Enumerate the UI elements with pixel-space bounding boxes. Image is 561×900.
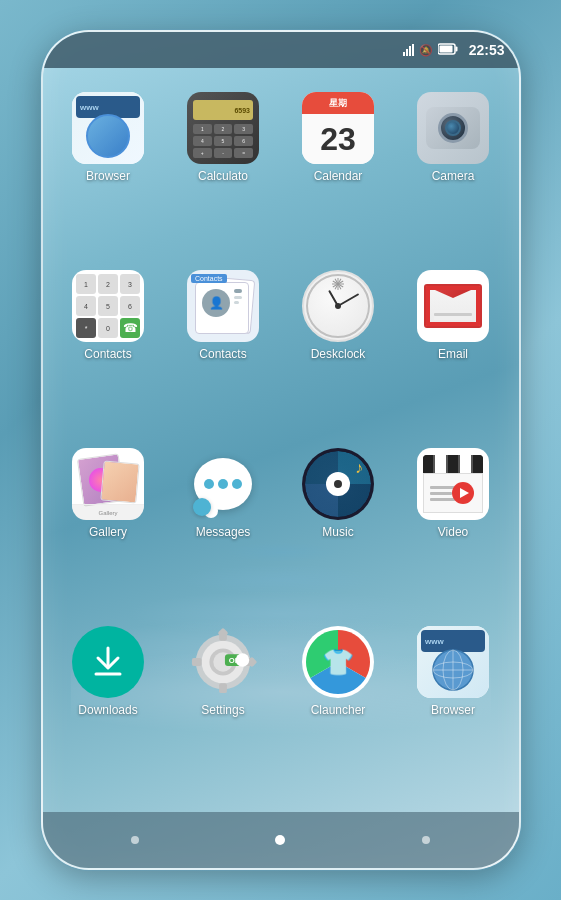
app-item-downloads[interactable]: Downloads xyxy=(53,622,164,792)
phone-frame: 🔕 22:53 www xyxy=(41,30,521,870)
bottom-nav xyxy=(43,812,519,868)
status-bar: 🔕 22:53 xyxy=(43,32,519,68)
music-icon: ♪ xyxy=(302,448,374,520)
deskclock-label: Deskclock xyxy=(311,347,366,361)
messages-icon xyxy=(187,448,259,520)
app-item-calendar[interactable]: 星期 23 Calendar xyxy=(283,88,394,258)
battery-icon xyxy=(438,43,458,58)
app-item-contacts2[interactable]: 👤 Contacts Contacts xyxy=(168,266,279,436)
app-item-music[interactable]: ♪ Music xyxy=(283,444,394,614)
video-label: Video xyxy=(438,525,468,539)
svg-point-15 xyxy=(236,653,250,667)
app-item-browser[interactable]: www Browser xyxy=(53,88,164,258)
gallery-icon: Gallery xyxy=(72,448,144,520)
signal-icon xyxy=(403,44,414,56)
app-item-video[interactable]: Video xyxy=(398,444,509,614)
status-time: 22:53 xyxy=(469,42,505,58)
svg-rect-9 xyxy=(192,658,202,666)
email-icon xyxy=(417,270,489,342)
deskclock-icon xyxy=(302,270,374,342)
browser2-icon: www xyxy=(417,626,489,698)
settings-label: Settings xyxy=(201,703,244,717)
app-item-contacts1[interactable]: 1 2 3 4 5 6 * 0 ☎ Contacts xyxy=(53,266,164,436)
nav-dot-3[interactable] xyxy=(422,836,430,844)
browser2-label: Browser xyxy=(431,703,475,717)
svg-rect-1 xyxy=(455,46,457,51)
nav-dot-2[interactable] xyxy=(275,835,285,845)
status-icons: 🔕 22:53 xyxy=(403,42,505,58)
contacts2-icon: 👤 Contacts xyxy=(187,270,259,342)
browser-icon: www xyxy=(72,92,144,164)
camera-icon xyxy=(417,92,489,164)
app-item-gallery[interactable]: Gallery Gallery xyxy=(53,444,164,614)
clauncher-label: Clauncher xyxy=(311,703,366,717)
app-item-calculator[interactable]: 6593 1 2 3 4 5 6 + - = Calculato xyxy=(168,88,279,258)
calendar-icon: 星期 23 xyxy=(302,92,374,164)
app-item-clauncher[interactable]: 👕 Clauncher xyxy=(283,622,394,792)
silent-icon: 🔕 xyxy=(419,44,433,57)
clauncher-icon: 👕 xyxy=(302,626,374,698)
app-item-deskclock[interactable]: Deskclock xyxy=(283,266,394,436)
app-item-settings[interactable]: ON Settings xyxy=(168,622,279,792)
calendar-date: 23 xyxy=(320,123,356,155)
calendar-month: 星期 xyxy=(329,97,347,110)
contacts1-label: Contacts xyxy=(84,347,131,361)
calculator-label: Calculato xyxy=(198,169,248,183)
app-item-camera[interactable]: Camera xyxy=(398,88,509,258)
video-icon xyxy=(417,448,489,520)
calculator-icon: 6593 1 2 3 4 5 6 + - = xyxy=(187,92,259,164)
browser-label: Browser xyxy=(86,169,130,183)
app-grid: www Browser 6593 1 2 3 4 5 6 xyxy=(43,68,519,812)
messages-label: Messages xyxy=(196,525,251,539)
svg-rect-2 xyxy=(439,45,452,52)
contacts2-label: Contacts xyxy=(199,347,246,361)
calendar-label: Calendar xyxy=(314,169,363,183)
svg-rect-8 xyxy=(219,683,227,693)
settings-icon: ON xyxy=(187,626,259,698)
music-label: Music xyxy=(322,525,353,539)
email-label: Email xyxy=(438,347,468,361)
downloads-label: Downloads xyxy=(78,703,137,717)
app-item-messages[interactable]: Messages xyxy=(168,444,279,614)
camera-label: Camera xyxy=(432,169,475,183)
nav-dot-1[interactable] xyxy=(131,836,139,844)
app-item-email[interactable]: Email xyxy=(398,266,509,436)
app-item-browser2[interactable]: www Browser xyxy=(398,622,509,792)
gallery-label: Gallery xyxy=(89,525,127,539)
contacts1-icon: 1 2 3 4 5 6 * 0 ☎ xyxy=(72,270,144,342)
downloads-icon xyxy=(72,626,144,698)
